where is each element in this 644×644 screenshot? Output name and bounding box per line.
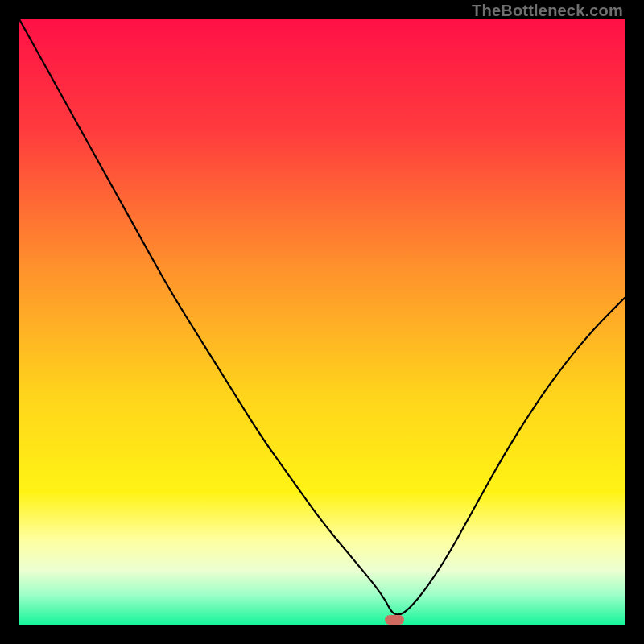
optimal-point-marker — [385, 615, 404, 625]
watermark: TheBottleneck.com — [472, 2, 623, 20]
plot-area — [19, 19, 625, 625]
chart-frame: TheBottleneck.com — [0, 0, 644, 644]
bottleneck-curve — [19, 19, 625, 625]
